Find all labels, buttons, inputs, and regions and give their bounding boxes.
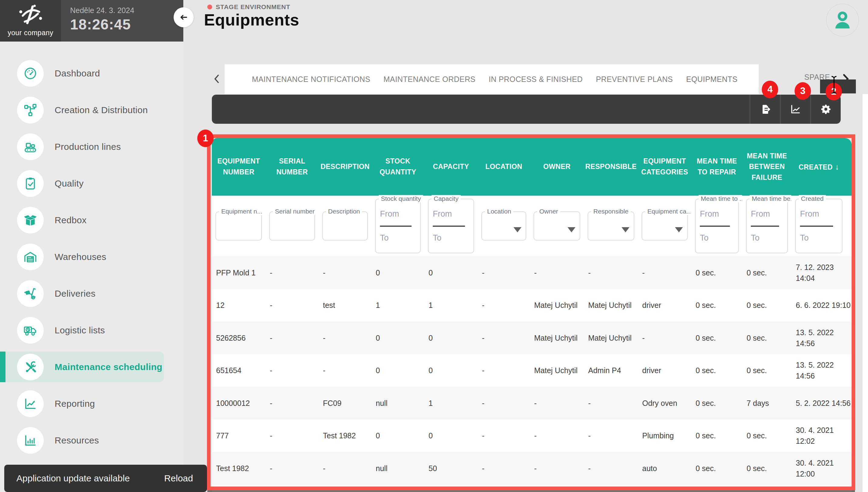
sidebar-item-deliveries[interactable]: Deliveries [0,275,183,312]
to-placeholder: To [800,233,838,243]
column-header-mean-time-to-repair[interactable]: MEAN TIME TO REPAIR [691,156,742,177]
filter-location-select[interactable]: Location [481,212,526,241]
table-cell: - [319,267,326,278]
tab-maintenance-orders[interactable]: MAINTENANCE ORDERS [384,75,476,84]
table-cell: - [478,365,484,376]
column-header-owner[interactable]: OWNER [541,162,573,172]
table-cell: - [266,333,272,343]
filter-cell: Description [319,212,371,241]
reload-button[interactable]: Reload [164,473,193,484]
table-row[interactable]: 651654--00-Matej UchytilAdmin P4driver0 … [212,354,852,387]
table-cell: Matej Uchytil [584,300,632,311]
filter-equipment-categories-select[interactable]: Equipment ca... [642,212,688,241]
table-cell: - [478,430,484,441]
column-header-label: CREATED [798,163,833,171]
filter-capacity-range[interactable]: CapacityFromTo [428,199,474,253]
filter-created-range[interactable]: CreatedFromTo [795,199,843,253]
column-header-location[interactable]: LOCATION [483,162,525,172]
table-header-row: EQUIPMENT NUMBERSERIAL NUMBERDESCRIPTION… [212,138,852,196]
table-row[interactable]: Test 1982--null50---auto0 sec.0 sec.30. … [212,452,852,485]
table-cell: - [478,300,484,311]
column-header-label: RESPONSIBLE [585,163,636,170]
tab-preventive-plans[interactable]: PREVENTIVE PLANS [596,75,673,84]
table-row[interactable]: 5262856--00-Matej UchytilMatej Uchytil-0… [212,322,852,354]
filter-owner-select[interactable]: Owner [534,212,580,241]
sidebar-item-quality[interactable]: Quality [0,165,183,202]
filter-serial-number-input[interactable]: Serial number [269,212,315,241]
environment-dot-icon [207,4,212,9]
sidebar-item-redbox[interactable]: Redbox [0,202,183,239]
filter-label: Mean time be... [750,195,791,202]
filter-stock-quantity-range[interactable]: Stock quantityFromTo [375,199,420,253]
logo-icon [17,4,44,28]
tab-in-process-finished[interactable]: IN PROCESS & FINISHED [489,75,583,84]
column-header-label: STOCK QUANTITY [380,157,416,176]
filter-mean-time-between-failure-range[interactable]: Mean time be...FromTo [746,199,788,253]
table-cell: Odry oven [638,398,677,409]
sidebar-item-logistic-lists[interactable]: Logistic lists [0,312,183,348]
filter-label: Responsible [591,208,631,215]
filter-description-input[interactable]: Description [322,212,368,241]
column-header-mean-time-between-failure[interactable]: MEAN TIME BETWEEN FAILURE [742,151,792,183]
table-cell: 0 sec. [691,463,716,474]
sidebar-item-production-lines[interactable]: Production lines [0,128,183,165]
filter-mean-time-to-repair-range[interactable]: Mean time to ...FromTo [695,199,739,253]
table-row[interactable]: 10000012-FC09null1---Odry oven0 sec.7 da… [212,387,852,419]
warehouse-icon [17,244,44,270]
sidebar-item-label: Maintenance scheduling [55,362,162,372]
table-row[interactable]: 4--0100---auto0 sec.0 sec.28. 4. 2021 08… [212,485,852,492]
filter-label: Equipment ca... [645,208,691,215]
sidebar-item-warehouses[interactable]: Warehouses [0,239,183,275]
column-header-created[interactable]: CREATED↓ [796,161,842,173]
from-placeholder: From [800,209,838,219]
table-cell: 10000012 [212,398,250,409]
table-cell: 0 [371,365,380,376]
table-cell: Plumbing [638,430,674,441]
table-cell: 0 sec. [742,300,767,311]
back-button[interactable] [174,7,194,27]
export-button[interactable] [750,95,780,124]
filter-cell: Owner [530,212,584,241]
table-cell: Admin P4 [584,365,621,376]
tab-maintenance-notifications[interactable]: MAINTENANCE NOTIFICATIONS [252,75,370,84]
environment-indicator: STAGE ENVIRONMENT [207,3,290,10]
column-header-equipment-categories[interactable]: EQUIPMENT CATEGORIES [638,156,691,177]
column-header-stock-quantity[interactable]: STOCK QUANTITY [371,156,424,177]
sidebar-item-maintenance-scheduling[interactable]: Maintenance scheduling [0,348,183,385]
filter-responsible-select[interactable]: Responsible [587,212,634,241]
column-header-serial-number[interactable]: SERIAL NUMBER [266,156,319,177]
table-cell: - [266,300,272,311]
vertical-scrollbar[interactable] [863,94,868,492]
range-divider [433,226,465,227]
person-icon [831,9,854,31]
tab-equipments[interactable]: EQUIPMENTS [686,75,738,84]
filter-cell: Location [478,212,530,241]
table-row[interactable]: 12-test11-Matej UchytilMatej Uchytildriv… [212,289,852,322]
column-header-description[interactable]: DESCRIPTION [318,162,372,172]
sidebar-item-reporting[interactable]: Reporting [0,385,183,422]
table-cell: 0 sec. [691,300,716,311]
column-header-responsible[interactable]: RESPONSIBLE [583,162,639,172]
table-row[interactable]: 777-Test 198200---Plumbing0 sec.0 sec.30… [212,419,852,452]
column-header-capacity[interactable]: CAPACITY [430,162,471,172]
sidebar-item-creation-distribution[interactable]: Creation & Distribution [0,92,183,128]
table-cell: - [266,398,272,409]
table-cell: auto [638,463,657,474]
table-cell: FC09 [319,398,341,409]
from-placeholder: From [380,209,416,219]
table-cell: - [266,267,272,278]
filter-equipment-number-input[interactable]: Equipment n... [216,212,262,241]
column-header-equipment-number[interactable]: EQUIPMENT NUMBER [212,156,266,177]
sidebar-item-resources[interactable]: Resources [0,422,183,459]
dropdown-caret-icon [675,227,683,232]
tabs-scroll-left-button[interactable] [210,70,224,88]
user-avatar-button[interactable] [826,4,859,36]
table-cell: 0 sec. [742,430,767,441]
from-placeholder: From [700,209,734,219]
sidebar-item-dashboard[interactable]: Dashboard [0,55,183,92]
date-label: Neděle 24. 3. 2024 [70,6,183,15]
table-cell: - [638,267,645,278]
table-cell: - [478,267,484,278]
settings-icon [820,103,832,115]
table-row[interactable]: PFP Mold 1--00----0 sec.0 sec.7. 12. 202… [212,256,852,289]
